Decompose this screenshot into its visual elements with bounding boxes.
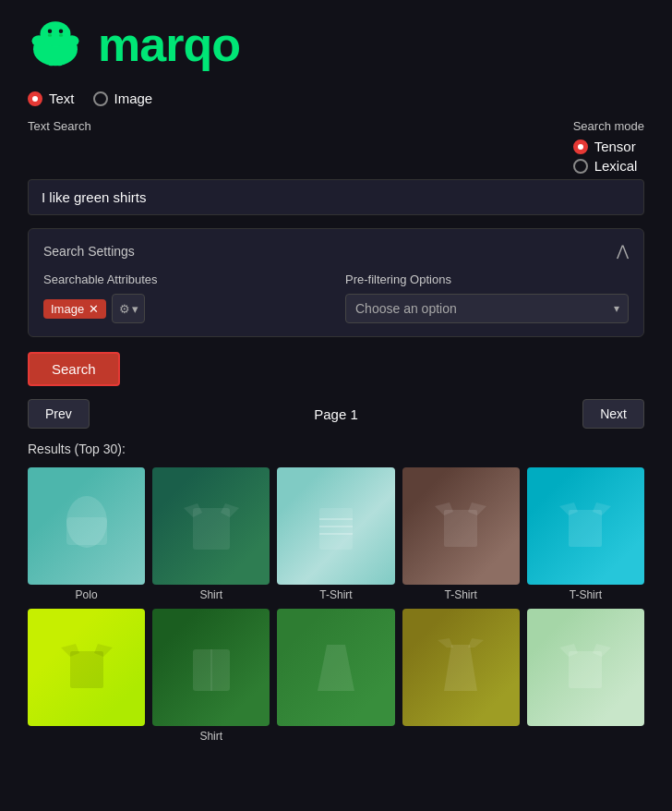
result-image[interactable] xyxy=(277,467,394,585)
text-radio-text: Text xyxy=(49,91,75,106)
clothing-icon xyxy=(424,490,498,563)
list-item: T-Shirt xyxy=(277,467,394,601)
clothing-icon xyxy=(548,631,622,705)
result-caption: T-Shirt xyxy=(445,588,477,601)
attr-select-row: Image ✕ ⚙ ▾ xyxy=(43,294,327,323)
list-item: Shirt xyxy=(152,609,270,743)
prefilter-col: Pre-filtering Options Choose an option ▾ xyxy=(345,272,629,323)
clothing-icon xyxy=(548,490,622,563)
clothing-icon xyxy=(50,631,124,705)
chevron-up-icon[interactable]: ⋀ xyxy=(617,242,629,260)
search-input-wrapper xyxy=(28,179,644,215)
result-caption: T-Shirt xyxy=(319,588,352,601)
image-radio-label[interactable]: Image xyxy=(93,91,153,106)
result-image[interactable] xyxy=(152,609,270,726)
hippo-logo-icon xyxy=(28,17,83,72)
list-item: Polo xyxy=(28,467,145,601)
tensor-radio-input[interactable] xyxy=(573,139,588,154)
result-caption: Shirt xyxy=(199,588,222,601)
tensor-radio-label[interactable]: Tensor xyxy=(573,139,644,154)
svg-rect-22 xyxy=(569,651,602,688)
header: marqo xyxy=(0,0,672,81)
prefilter-select-wrapper: Choose an option ▾ xyxy=(345,294,629,323)
search-top-row: Text Search Search mode Tensor Lexical xyxy=(28,119,644,174)
clothing-icon xyxy=(174,631,248,705)
image-radio-input[interactable] xyxy=(93,91,108,106)
gear-icon: ⚙ xyxy=(119,302,130,316)
lexical-label: Lexical xyxy=(594,158,638,174)
search-button[interactable]: Search xyxy=(28,352,120,386)
clothing-icon xyxy=(299,490,373,563)
results-grid: Polo Shirt T-Shirt xyxy=(28,467,644,743)
result-caption: Polo xyxy=(76,588,98,601)
svg-rect-13 xyxy=(319,508,353,550)
svg-rect-18 xyxy=(569,510,602,547)
list-item: Shirt xyxy=(152,467,270,601)
image-radio-text: Image xyxy=(114,91,153,106)
searchable-attr-label: Searchable Attributes xyxy=(43,272,327,286)
text-search-label: Text Search xyxy=(28,119,91,133)
result-image[interactable] xyxy=(277,609,394,726)
text-radio-input[interactable] xyxy=(28,91,42,106)
results-label: Results (Top 30): xyxy=(28,442,644,456)
clothing-icon xyxy=(174,490,248,563)
result-image[interactable] xyxy=(28,467,145,585)
searchable-attr-col: Searchable Attributes Image ✕ ⚙ ▾ xyxy=(43,272,327,323)
svg-rect-17 xyxy=(444,510,477,547)
search-type-selector: Text Image xyxy=(28,91,644,106)
svg-point-4 xyxy=(48,30,53,34)
lexical-radio-input[interactable] xyxy=(573,159,588,174)
list-item: T-Shirt xyxy=(527,467,644,601)
attr-dropdown-button[interactable]: ⚙ ▾ xyxy=(112,294,145,323)
svg-point-6 xyxy=(48,34,53,37)
tensor-label: Tensor xyxy=(594,139,636,154)
search-input[interactable] xyxy=(28,179,644,215)
svg-rect-19 xyxy=(70,651,103,688)
result-caption: Shirt xyxy=(199,730,222,743)
search-settings-panel: Search Settings ⋀ Searchable Attributes … xyxy=(28,228,644,337)
result-image[interactable] xyxy=(28,609,145,726)
clothing-icon xyxy=(50,490,124,563)
svg-rect-8 xyxy=(49,59,54,67)
result-image[interactable] xyxy=(527,609,644,726)
list-item xyxy=(277,609,394,743)
prefilter-label: Pre-filtering Options xyxy=(345,272,629,286)
result-image[interactable] xyxy=(527,467,644,585)
list-item: T-Shirt xyxy=(402,467,520,601)
clothing-icon xyxy=(424,631,498,705)
chevron-down-icon: ▾ xyxy=(132,302,138,316)
result-image[interactable] xyxy=(402,609,520,726)
settings-header: Search Settings ⋀ xyxy=(43,242,629,260)
main-content: Text Image Text Search Search mode Tenso… xyxy=(0,81,672,761)
prefilter-select[interactable]: Choose an option xyxy=(345,294,629,323)
pagination-row: Prev Page 1 Next xyxy=(28,399,644,429)
svg-point-5 xyxy=(59,30,64,34)
settings-title: Search Settings xyxy=(43,244,135,259)
prev-button[interactable]: Prev xyxy=(28,399,90,429)
svg-rect-9 xyxy=(57,59,63,67)
attr-chip-text: Image xyxy=(51,302,84,316)
result-caption: T-Shirt xyxy=(570,588,602,601)
result-image[interactable] xyxy=(402,467,520,585)
text-radio-label[interactable]: Text xyxy=(28,91,75,106)
settings-columns: Searchable Attributes Image ✕ ⚙ ▾ Pre-fi… xyxy=(43,272,629,323)
attr-chip-close-icon[interactable]: ✕ xyxy=(89,303,99,315)
list-item xyxy=(402,609,520,743)
clothing-icon xyxy=(299,631,373,705)
attr-chip-image[interactable]: Image ✕ xyxy=(43,299,106,319)
svg-rect-11 xyxy=(66,517,107,545)
list-item xyxy=(527,609,644,743)
svg-point-7 xyxy=(59,34,64,37)
result-image[interactable] xyxy=(152,467,270,585)
svg-point-3 xyxy=(41,21,71,46)
search-mode-block: Search mode Tensor Lexical xyxy=(573,119,644,174)
list-item xyxy=(28,609,145,743)
page-indicator: Page 1 xyxy=(314,406,358,422)
search-mode-title: Search mode xyxy=(573,119,644,133)
lexical-radio-label[interactable]: Lexical xyxy=(573,158,644,174)
next-button[interactable]: Next xyxy=(582,399,644,429)
logo-text: marqo xyxy=(98,17,240,72)
